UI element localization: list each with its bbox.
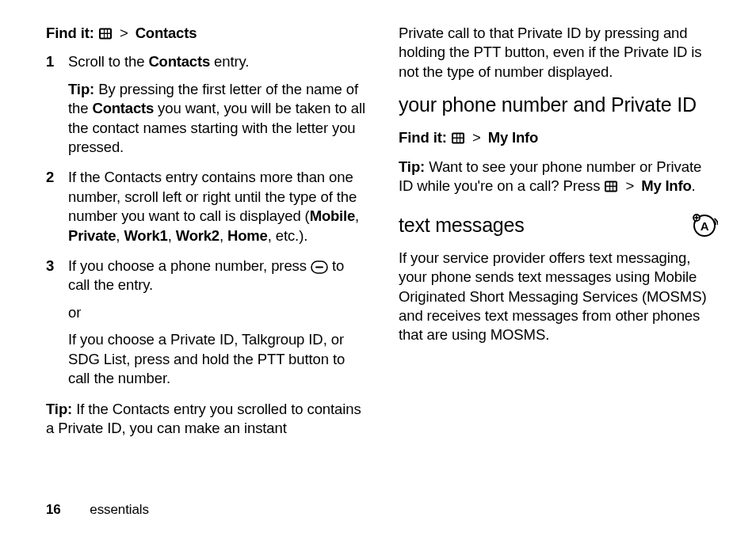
svg-rect-20 <box>606 187 609 191</box>
svg-rect-19 <box>613 183 616 186</box>
svg-rect-3 <box>108 30 110 33</box>
step-text-bold: Contacts <box>148 53 210 70</box>
svg-rect-2 <box>105 30 107 33</box>
section-heading-text-messages: text messages <box>399 213 525 238</box>
step-2-post: , etc.). <box>268 227 308 244</box>
footer-section: essentials <box>90 502 149 517</box>
svg-rect-1 <box>101 30 104 33</box>
number-type: Mobile <box>310 207 355 224</box>
number-type: Private <box>68 227 116 244</box>
left-column: Find it: > Contacts 1 Scroll to the Cont… <box>46 24 365 449</box>
call-button-icon <box>311 260 328 274</box>
tip-label: Tip: <box>399 158 425 175</box>
number-type: Work1 <box>124 227 167 244</box>
number-type: Work2 <box>176 227 220 244</box>
tip-bold: My Info <box>641 177 691 194</box>
section1-tip: Tip: Want to see your phone number or Pr… <box>399 158 718 196</box>
svg-rect-4 <box>101 34 104 38</box>
svg-rect-15 <box>460 139 463 143</box>
step-text-post: entry. <box>210 53 249 70</box>
menu-grid-icon <box>98 28 113 40</box>
svg-rect-18 <box>610 183 613 186</box>
continuation-text: Private call to that Private ID by press… <box>399 24 718 82</box>
svg-rect-6 <box>108 34 110 38</box>
find-it-line: Find it: > My Info <box>399 128 718 147</box>
find-it-target: Contacts <box>136 25 197 41</box>
section2-body: If your service provider offers text mes… <box>399 249 718 345</box>
bottom-tip-text: If the Contacts entry you scrolled to co… <box>46 401 361 436</box>
step-number: 3 <box>46 257 54 276</box>
section-heading-phone-number: your phone number and Private ID <box>399 93 718 117</box>
menu-grid-icon <box>451 132 465 144</box>
step-3-or: or <box>68 303 365 322</box>
svg-rect-21 <box>610 187 613 191</box>
number-type: Home <box>227 227 268 244</box>
page-number: 16 <box>46 502 61 517</box>
svg-text:A: A <box>701 219 709 232</box>
tip-bold: Contacts <box>92 100 154 116</box>
step-3-pre: If you choose a phone number, press <box>68 257 311 274</box>
breadcrumb-separator: > <box>625 177 634 194</box>
find-it-label: Find it: <box>46 25 94 41</box>
svg-rect-17 <box>606 183 609 186</box>
svg-rect-11 <box>457 135 460 138</box>
step-1: 1 Scroll to the Contacts entry. Tip: By … <box>46 52 365 157</box>
breadcrumb-separator: > <box>120 25 128 41</box>
right-column: Private call to that Private ID by press… <box>399 24 718 449</box>
svg-rect-8 <box>315 267 323 268</box>
step-2: 2 If the Contacts entry contains more th… <box>46 168 365 245</box>
svg-rect-5 <box>105 34 107 38</box>
step-number: 2 <box>46 168 54 187</box>
find-it-label: Find it: <box>399 129 447 146</box>
numbered-steps: 1 Scroll to the Contacts entry. Tip: By … <box>46 52 365 388</box>
tip-label: Tip: <box>68 81 94 97</box>
svg-rect-22 <box>613 187 616 191</box>
tip-post: . <box>692 177 696 194</box>
bottom-tip: Tip: If the Contacts entry you scrolled … <box>46 400 365 439</box>
step-1-tip: Tip: By pressing the first letter of the… <box>68 80 365 158</box>
find-it-line: Find it: > Contacts <box>46 24 365 43</box>
svg-rect-14 <box>457 139 460 143</box>
step-text-pre: Scroll to the <box>68 53 148 70</box>
menu-grid-icon <box>604 181 618 192</box>
step-3-alt: If you choose a Private ID, Talkgroup ID… <box>68 330 365 388</box>
svg-rect-10 <box>453 135 456 138</box>
section-heading-row: text messages A <box>399 212 718 239</box>
find-it-target: My Info <box>488 129 538 146</box>
svg-rect-13 <box>453 139 456 143</box>
svg-rect-12 <box>460 135 463 138</box>
tip-label: Tip: <box>46 401 72 417</box>
text-message-icon: A <box>691 212 718 239</box>
step-3: 3 If you choose a phone number, press to… <box>46 257 365 388</box>
breadcrumb-separator: > <box>472 129 481 146</box>
step-number: 1 <box>46 52 54 71</box>
page-footer: 16 essentials <box>46 501 149 519</box>
